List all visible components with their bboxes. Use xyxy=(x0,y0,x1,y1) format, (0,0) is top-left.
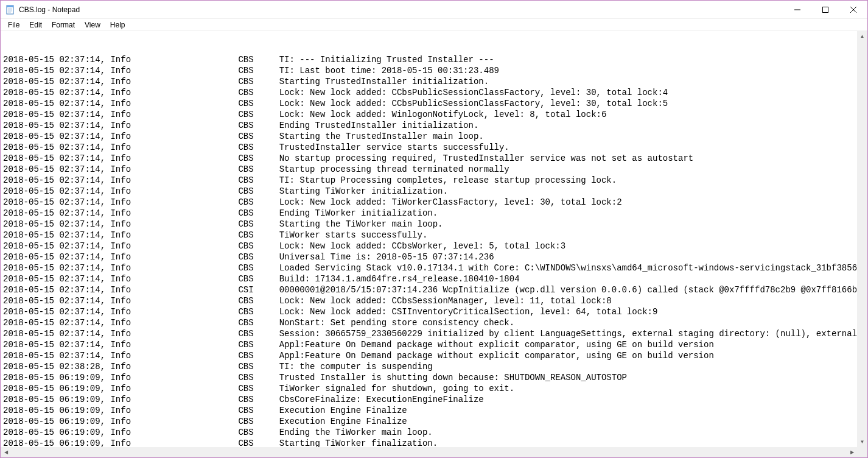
vertical-scrollbar[interactable]: ▲ ▼ xyxy=(857,31,867,447)
log-line: 2018-05-15 02:37:14, Info CBS TI: Last b… xyxy=(3,65,867,76)
log-line: 2018-05-15 02:37:14, Info CBS Universal … xyxy=(3,252,867,262)
log-line: 2018-05-15 06:19:09, Info CBS Execution … xyxy=(3,405,867,416)
menu-edit[interactable]: Edit xyxy=(24,20,47,30)
log-line: 2018-05-15 02:38:28, Info CBS TI: the co… xyxy=(3,361,867,372)
vertical-scroll-track[interactable] xyxy=(857,41,867,437)
horizontal-scrollbar[interactable]: ◀ ▶ xyxy=(1,447,857,457)
log-line: 2018-05-15 02:37:14, Info CBS Starting t… xyxy=(3,131,867,142)
log-line: 2018-05-15 02:37:14, Info CBS Lock: New … xyxy=(3,98,867,109)
log-line: 2018-05-15 02:37:14, Info CBS NonStart: … xyxy=(3,317,867,328)
minimize-button[interactable] xyxy=(783,1,811,18)
title-bar[interactable]: CBS.log - Notepad xyxy=(1,1,867,19)
log-line: 2018-05-15 02:37:14, Info CBS Lock: New … xyxy=(3,295,867,306)
log-line: 2018-05-15 02:37:14, Info CBS TiWorker s… xyxy=(3,230,867,241)
log-line: 2018-05-15 02:37:14, Info CBS TI: Startu… xyxy=(3,175,867,186)
log-line: 2018-05-15 02:37:14, Info CBS Startup pr… xyxy=(3,164,867,175)
maximize-button[interactable] xyxy=(811,1,839,18)
log-line: 2018-05-15 02:37:14, Info CBS Appl:Featu… xyxy=(3,350,867,361)
log-line: 2018-05-15 02:37:14, Info CBS Lock: New … xyxy=(3,87,867,98)
horizontal-scroll-track[interactable] xyxy=(11,447,847,457)
svg-rect-1 xyxy=(7,5,13,7)
log-line: 2018-05-15 02:37:14, Info CBS Starting T… xyxy=(3,186,867,197)
log-line: 2018-05-15 06:19:09, Info CBS TiWorker s… xyxy=(3,383,867,394)
svg-rect-7 xyxy=(823,7,828,12)
scroll-corner xyxy=(857,447,867,457)
menu-format[interactable]: Format xyxy=(47,20,80,30)
notepad-icon xyxy=(5,5,15,15)
window-title: CBS.log - Notepad xyxy=(19,5,80,14)
log-line: 2018-05-15 02:37:14, Info CBS Starting t… xyxy=(3,219,867,230)
log-line: 2018-05-15 02:37:14, Info CBS TI: --- In… xyxy=(3,54,867,65)
log-line: 2018-05-15 02:37:14, Info CBS Appl:Featu… xyxy=(3,339,867,350)
text-editor[interactable]: 2018-05-15 02:37:14, Info CBS TI: --- In… xyxy=(1,31,867,458)
log-line: 2018-05-15 02:37:14, Info CBS Ending TiW… xyxy=(3,208,867,219)
log-line: 2018-05-15 02:37:14, Info CBS Ending Tru… xyxy=(3,120,867,131)
log-line: 2018-05-15 02:37:14, Info CBS Lock: New … xyxy=(3,306,867,317)
scroll-right-arrow-icon[interactable]: ▶ xyxy=(847,447,857,457)
log-line: 2018-05-15 02:37:14, Info CBS Session: 3… xyxy=(3,328,867,339)
close-button[interactable] xyxy=(839,1,867,18)
menu-help[interactable]: Help xyxy=(105,20,130,30)
log-line: 2018-05-15 02:37:14, Info CBS Lock: New … xyxy=(3,241,867,252)
log-line: 2018-05-15 02:37:14, Info CBS No startup… xyxy=(3,153,867,164)
scroll-left-arrow-icon[interactable]: ◀ xyxy=(1,447,11,457)
window-controls xyxy=(783,1,867,18)
log-line: 2018-05-15 02:37:14, Info CBS Starting T… xyxy=(3,76,867,87)
menu-view[interactable]: View xyxy=(80,20,105,30)
scroll-down-arrow-icon[interactable]: ▼ xyxy=(857,437,867,447)
log-line: 2018-05-15 06:19:09, Info CBS CbsCoreFin… xyxy=(3,394,867,405)
log-line: 2018-05-15 06:19:09, Info CBS Execution … xyxy=(3,416,867,427)
log-line: 2018-05-15 02:37:14, Info CBS Lock: New … xyxy=(3,197,867,208)
log-line: 2018-05-15 02:37:14, Info CBS Loaded Ser… xyxy=(3,262,867,273)
log-line: 2018-05-15 02:37:14, Info CBS TrustedIns… xyxy=(3,142,867,153)
log-line: 2018-05-15 02:37:14, Info CBS Build: 171… xyxy=(3,273,867,284)
log-line: 2018-05-15 02:37:14, Info CBS Lock: New … xyxy=(3,109,867,120)
log-line: 2018-05-15 06:19:09, Info CBS Ending the… xyxy=(3,427,867,438)
scroll-up-arrow-icon[interactable]: ▲ xyxy=(857,31,867,41)
menu-bar: File Edit Format View Help xyxy=(1,19,867,31)
log-line: 2018-05-15 06:19:09, Info CBS Trusted In… xyxy=(3,372,867,383)
log-line: 2018-05-15 02:37:14, Info CSI 00000001@2… xyxy=(3,284,867,295)
menu-file[interactable]: File xyxy=(3,20,24,30)
